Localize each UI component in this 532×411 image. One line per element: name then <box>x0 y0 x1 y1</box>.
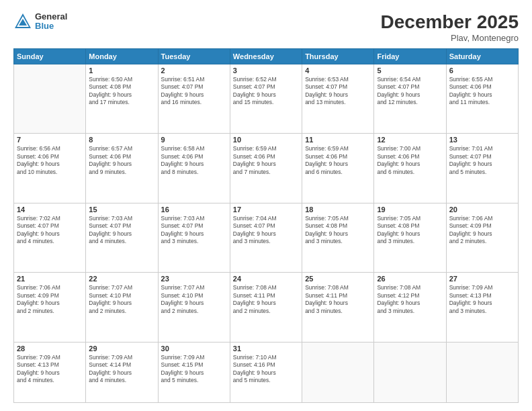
day-number: 17 <box>233 205 299 214</box>
day-number: 4 <box>305 66 371 75</box>
day-info: Sunrise: 6:59 AM Sunset: 4:06 PM Dayligh… <box>305 145 371 176</box>
calendar-header-thursday: Thursday <box>302 48 374 64</box>
calendar-cell: 28Sunrise: 7:09 AM Sunset: 4:13 PM Dayli… <box>14 342 86 402</box>
calendar-cell: 25Sunrise: 7:08 AM Sunset: 4:11 PM Dayli… <box>302 273 374 342</box>
calendar-cell: 31Sunrise: 7:10 AM Sunset: 4:16 PM Dayli… <box>230 342 302 402</box>
page: General Blue December 2025 Plav, Montene… <box>0 0 532 411</box>
day-number: 31 <box>233 345 299 353</box>
day-number: 16 <box>161 205 227 214</box>
day-number: 3 <box>233 66 299 75</box>
day-info: Sunrise: 6:51 AM Sunset: 4:07 PM Dayligh… <box>161 76 227 107</box>
calendar-cell: 19Sunrise: 7:05 AM Sunset: 4:08 PM Dayli… <box>374 203 446 272</box>
calendar-cell: 6Sunrise: 6:55 AM Sunset: 4:06 PM Daylig… <box>446 64 518 133</box>
logo: General Blue <box>13 12 67 32</box>
day-number: 6 <box>449 66 515 75</box>
day-info: Sunrise: 6:53 AM Sunset: 4:07 PM Dayligh… <box>305 76 371 107</box>
day-info: Sunrise: 7:10 AM Sunset: 4:16 PM Dayligh… <box>233 354 299 385</box>
day-number: 13 <box>449 136 515 144</box>
day-info: Sunrise: 7:03 AM Sunset: 4:07 PM Dayligh… <box>161 215 227 246</box>
day-number: 26 <box>377 275 443 283</box>
day-number: 29 <box>89 345 154 353</box>
month-title: December 2025 <box>381 12 519 33</box>
day-number: 24 <box>233 275 299 283</box>
day-number: 2 <box>161 66 227 75</box>
calendar-cell: 15Sunrise: 7:03 AM Sunset: 4:07 PM Dayli… <box>86 203 158 272</box>
day-info: Sunrise: 6:56 AM Sunset: 4:06 PM Dayligh… <box>17 145 83 176</box>
day-number: 20 <box>449 205 515 214</box>
calendar-cell: 12Sunrise: 7:00 AM Sunset: 4:06 PM Dayli… <box>374 134 446 203</box>
day-number: 23 <box>161 275 227 283</box>
day-info: Sunrise: 7:08 AM Sunset: 4:12 PM Dayligh… <box>377 284 443 315</box>
day-info: Sunrise: 7:09 AM Sunset: 4:15 PM Dayligh… <box>161 354 227 385</box>
calendar-cell: 5Sunrise: 6:54 AM Sunset: 4:07 PM Daylig… <box>374 64 446 133</box>
day-number: 9 <box>161 136 227 144</box>
header: General Blue December 2025 Plav, Montene… <box>13 12 519 43</box>
calendar-header-tuesday: Tuesday <box>158 48 230 64</box>
location: Plav, Montenegro <box>381 33 519 43</box>
calendar-cell: 14Sunrise: 7:02 AM Sunset: 4:07 PM Dayli… <box>14 203 86 272</box>
day-number: 11 <box>305 136 371 144</box>
calendar-cell <box>302 342 374 402</box>
calendar-cell: 3Sunrise: 6:52 AM Sunset: 4:07 PM Daylig… <box>230 64 302 133</box>
day-number: 25 <box>305 275 371 283</box>
day-info: Sunrise: 6:55 AM Sunset: 4:06 PM Dayligh… <box>449 76 515 107</box>
calendar-week-row: 28Sunrise: 7:09 AM Sunset: 4:13 PM Dayli… <box>14 342 519 402</box>
calendar-week-row: 21Sunrise: 7:06 AM Sunset: 4:09 PM Dayli… <box>14 273 519 342</box>
day-info: Sunrise: 6:59 AM Sunset: 4:06 PM Dayligh… <box>233 145 299 176</box>
calendar-cell: 9Sunrise: 6:58 AM Sunset: 4:06 PM Daylig… <box>158 134 230 203</box>
title-block: December 2025 Plav, Montenegro <box>381 12 519 43</box>
calendar-cell: 26Sunrise: 7:08 AM Sunset: 4:12 PM Dayli… <box>374 273 446 342</box>
calendar-header-wednesday: Wednesday <box>230 48 302 64</box>
day-info: Sunrise: 6:50 AM Sunset: 4:08 PM Dayligh… <box>89 76 154 107</box>
logo-text: General Blue <box>35 12 67 32</box>
calendar-cell: 23Sunrise: 7:07 AM Sunset: 4:10 PM Dayli… <box>158 273 230 342</box>
calendar-cell: 20Sunrise: 7:06 AM Sunset: 4:09 PM Dayli… <box>446 203 518 272</box>
calendar-cell <box>14 64 86 133</box>
day-info: Sunrise: 7:08 AM Sunset: 4:11 PM Dayligh… <box>305 284 371 315</box>
calendar-header-row: SundayMondayTuesdayWednesdayThursdayFrid… <box>14 48 519 64</box>
day-number: 12 <box>377 136 443 144</box>
day-info: Sunrise: 7:04 AM Sunset: 4:07 PM Dayligh… <box>233 215 299 246</box>
logo-icon <box>13 12 32 31</box>
calendar-cell: 8Sunrise: 6:57 AM Sunset: 4:06 PM Daylig… <box>86 134 158 203</box>
calendar-cell <box>374 342 446 402</box>
calendar-header-monday: Monday <box>86 48 158 64</box>
calendar-cell: 4Sunrise: 6:53 AM Sunset: 4:07 PM Daylig… <box>302 64 374 133</box>
day-info: Sunrise: 7:09 AM Sunset: 4:13 PM Dayligh… <box>17 354 83 385</box>
day-number: 27 <box>449 275 515 283</box>
calendar-cell: 7Sunrise: 6:56 AM Sunset: 4:06 PM Daylig… <box>14 134 86 203</box>
day-number: 10 <box>233 136 299 144</box>
day-info: Sunrise: 7:06 AM Sunset: 4:09 PM Dayligh… <box>449 215 515 246</box>
day-info: Sunrise: 7:03 AM Sunset: 4:07 PM Dayligh… <box>89 215 154 246</box>
day-info: Sunrise: 7:05 AM Sunset: 4:08 PM Dayligh… <box>377 215 443 246</box>
calendar-header-friday: Friday <box>374 48 446 64</box>
calendar-header-sunday: Sunday <box>14 48 86 64</box>
calendar-cell: 17Sunrise: 7:04 AM Sunset: 4:07 PM Dayli… <box>230 203 302 272</box>
day-info: Sunrise: 7:05 AM Sunset: 4:08 PM Dayligh… <box>305 215 371 246</box>
day-info: Sunrise: 6:58 AM Sunset: 4:06 PM Dayligh… <box>161 145 227 176</box>
day-info: Sunrise: 7:00 AM Sunset: 4:06 PM Dayligh… <box>377 145 443 176</box>
day-info: Sunrise: 6:52 AM Sunset: 4:07 PM Dayligh… <box>233 76 299 107</box>
day-number: 22 <box>89 275 154 283</box>
day-number: 5 <box>377 66 443 75</box>
logo-blue-text: Blue <box>35 21 67 31</box>
calendar-cell: 13Sunrise: 7:01 AM Sunset: 4:07 PM Dayli… <box>446 134 518 203</box>
calendar-cell: 11Sunrise: 6:59 AM Sunset: 4:06 PM Dayli… <box>302 134 374 203</box>
day-number: 28 <box>17 345 83 353</box>
day-number: 7 <box>17 136 83 144</box>
day-info: Sunrise: 7:07 AM Sunset: 4:10 PM Dayligh… <box>89 284 154 315</box>
day-info: Sunrise: 7:02 AM Sunset: 4:07 PM Dayligh… <box>17 215 83 246</box>
calendar-cell: 22Sunrise: 7:07 AM Sunset: 4:10 PM Dayli… <box>86 273 158 342</box>
day-number: 1 <box>89 66 154 75</box>
calendar-cell: 21Sunrise: 7:06 AM Sunset: 4:09 PM Dayli… <box>14 273 86 342</box>
calendar-header-saturday: Saturday <box>446 48 518 64</box>
day-info: Sunrise: 7:07 AM Sunset: 4:10 PM Dayligh… <box>161 284 227 315</box>
day-number: 18 <box>305 205 371 214</box>
day-info: Sunrise: 7:09 AM Sunset: 4:13 PM Dayligh… <box>449 284 515 315</box>
calendar-cell: 10Sunrise: 6:59 AM Sunset: 4:06 PM Dayli… <box>230 134 302 203</box>
calendar-cell: 1Sunrise: 6:50 AM Sunset: 4:08 PM Daylig… <box>86 64 158 133</box>
day-number: 15 <box>89 205 154 214</box>
calendar-week-row: 7Sunrise: 6:56 AM Sunset: 4:06 PM Daylig… <box>14 134 519 203</box>
day-info: Sunrise: 7:09 AM Sunset: 4:14 PM Dayligh… <box>89 354 154 385</box>
day-info: Sunrise: 7:06 AM Sunset: 4:09 PM Dayligh… <box>17 284 83 315</box>
